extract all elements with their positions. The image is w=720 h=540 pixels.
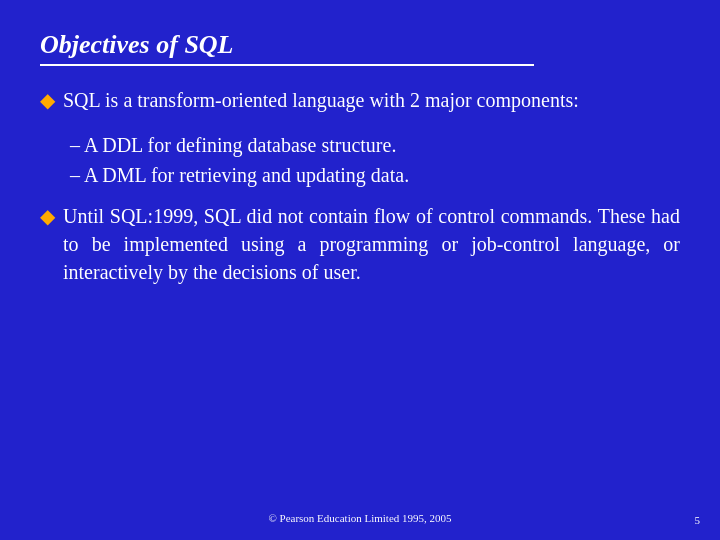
footer-text: © Pearson Education Limited 1995, 2005: [268, 512, 451, 524]
footer: © Pearson Education Limited 1995, 2005: [0, 508, 720, 526]
page-number: 5: [695, 514, 701, 526]
sub-bullets: – A DDL for defining database structure.…: [70, 130, 680, 190]
sub-bullet-2: – A DML for retrieving and updating data…: [70, 160, 680, 190]
slide: Objectives of SQL ◆ SQL is a transform-o…: [0, 0, 720, 540]
diamond-icon-2: ◆: [40, 204, 55, 228]
sub-bullet-1: – A DDL for defining database structure.: [70, 130, 680, 160]
content-section: ◆ SQL is a transform-oriented language w…: [40, 86, 680, 286]
bullet-item-1: ◆ SQL is a transform-oriented language w…: [40, 86, 680, 114]
bullet-text-1: SQL is a transform-oriented language wit…: [63, 86, 579, 114]
slide-title: Objectives of SQL: [40, 30, 534, 66]
bullet-text-2: Until SQL:1999, SQL did not contain flow…: [63, 202, 680, 286]
bullet-item-2: ◆ Until SQL:1999, SQL did not contain fl…: [40, 202, 680, 286]
title-section: Objectives of SQL: [40, 30, 680, 66]
diamond-icon-1: ◆: [40, 88, 55, 112]
